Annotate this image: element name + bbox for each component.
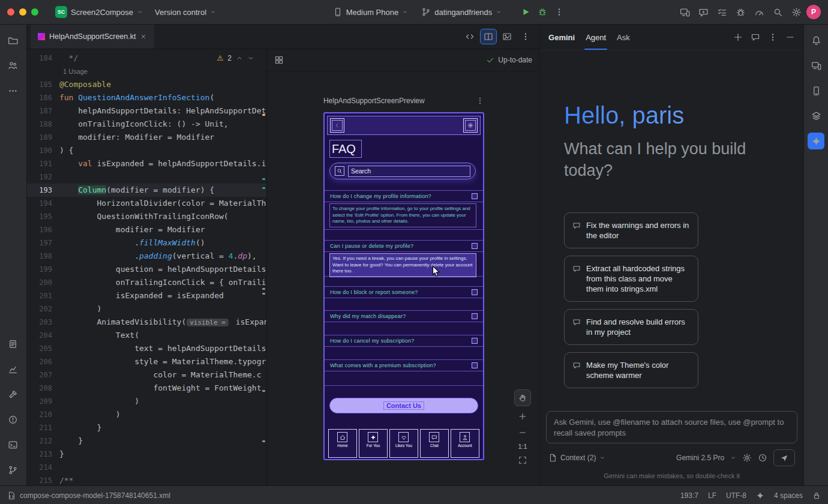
line-number[interactable]: 201 xyxy=(27,289,59,302)
code-line[interactable]: 202 ) xyxy=(27,302,266,316)
expand-toggle-icon[interactable] xyxy=(472,313,478,319)
faq-question[interactable]: What comes with a premium subscription? xyxy=(325,359,483,371)
preview-options-kebab[interactable] xyxy=(476,97,484,105)
running-devices-icon[interactable] xyxy=(808,57,824,74)
close-tab-icon[interactable] xyxy=(140,33,147,40)
line-number[interactable]: 197 xyxy=(27,236,59,250)
code-line[interactable]: 214 xyxy=(27,461,266,474)
zoom-in-button[interactable] xyxy=(516,410,529,422)
code-line[interactable]: 189 modifier: Modifier = Modifier xyxy=(27,131,266,144)
device-manager-icon[interactable] xyxy=(808,82,824,99)
prompt-history-icon[interactable] xyxy=(758,453,767,463)
error-stripe[interactable] xyxy=(262,49,265,485)
run-button[interactable] xyxy=(521,7,530,17)
device-mirroring-icon[interactable] xyxy=(680,7,690,17)
line-number[interactable]: 207 xyxy=(27,368,59,382)
settings-icon[interactable] xyxy=(791,7,802,17)
hide-panel-icon[interactable] xyxy=(785,32,795,42)
faq-question[interactable]: How do I change my profile information? xyxy=(325,190,483,202)
line-number[interactable]: 186 xyxy=(27,91,59,104)
build-icon[interactable] xyxy=(5,386,22,403)
project-widget[interactable]: SC Screen2Compose xyxy=(52,4,146,20)
line-number[interactable]: 193 xyxy=(27,184,59,197)
gemini-status-icon[interactable] xyxy=(756,491,764,500)
back-button[interactable] xyxy=(330,118,344,133)
user-avatar[interactable]: P xyxy=(806,5,821,19)
line-number[interactable]: 195 xyxy=(27,210,59,223)
code-line[interactable]: 187 helpAndSupportDetails: HelpAndSuppor… xyxy=(27,104,266,118)
line-number[interactable]: 206 xyxy=(27,355,59,368)
code-view-button[interactable] xyxy=(462,29,478,44)
search-input[interactable]: Search xyxy=(348,166,470,177)
caret-position-widget[interactable]: 193:7 xyxy=(680,491,698,500)
gemini-tab-ask[interactable]: Ask xyxy=(617,25,630,50)
faq-question[interactable]: How do I cancel my subscription? xyxy=(325,335,483,347)
suggestion-card[interactable]: Make my Theme's color scheme warmer xyxy=(564,352,698,388)
project-icon[interactable] xyxy=(5,32,22,49)
more-run-options-kebab[interactable] xyxy=(554,7,564,17)
version-control-icon[interactable] xyxy=(5,461,22,478)
line-number[interactable]: 194 xyxy=(27,197,59,210)
line-number[interactable]: 199 xyxy=(27,263,59,276)
run-configuration-selector[interactable]: datingandfriends xyxy=(418,5,505,19)
preview-canvas[interactable]: HelpAndSupportScreenPreview FAQ xyxy=(267,71,539,485)
code-editor[interactable]: 184 */ 1 Usage185@Composable186fun Quest… xyxy=(27,49,267,485)
editor-options-kebab[interactable] xyxy=(518,29,533,44)
contact-us-button[interactable]: Contact Us xyxy=(329,398,478,413)
expand-toggle-icon[interactable] xyxy=(472,193,478,199)
gemini-settings-icon[interactable] xyxy=(742,453,752,463)
expand-toggle-icon[interactable] xyxy=(472,362,478,368)
code-line[interactable]: 210 ) xyxy=(27,408,266,421)
notifications-icon[interactable] xyxy=(808,32,824,49)
code-line[interactable]: 185@Composable xyxy=(27,78,266,91)
line-number[interactable] xyxy=(27,65,59,78)
pan-tool-button[interactable] xyxy=(514,389,531,406)
gemini-prompt-input[interactable]: Ask Gemini, use @filename to attach sour… xyxy=(546,411,797,443)
code-line[interactable]: 213} xyxy=(27,448,266,461)
debug-button[interactable] xyxy=(538,7,547,17)
gemini-options-kebab[interactable] xyxy=(768,32,778,42)
line-number[interactable]: 210 xyxy=(27,408,59,421)
expand-toggle-icon[interactable] xyxy=(472,243,478,249)
code-line[interactable]: 190) { xyxy=(27,144,266,157)
bug-report-icon[interactable] xyxy=(736,7,746,17)
code-line[interactable]: 201 isExpanded = isExpanded xyxy=(27,289,266,302)
zoom-level-button[interactable]: 1:1 xyxy=(518,443,527,450)
logcat-icon[interactable] xyxy=(5,335,22,352)
line-number[interactable]: 214 xyxy=(27,461,59,474)
indent-widget[interactable]: 4 spaces xyxy=(774,491,803,500)
line-number[interactable]: 188 xyxy=(27,118,59,131)
nav-account-button[interactable]: Account xyxy=(451,429,479,458)
resource-manager-icon[interactable] xyxy=(808,107,824,124)
gemini-tab-agent[interactable]: Agent xyxy=(586,25,606,50)
code-line[interactable]: 205 text = helpAndSupportDetails xyxy=(27,342,266,355)
new-chat-icon[interactable] xyxy=(733,32,743,42)
context-selector[interactable]: Context (2) xyxy=(548,454,605,462)
faq-question[interactable]: Why did my match disappear? xyxy=(325,310,483,322)
encoding-widget[interactable]: UTF-8 xyxy=(726,491,746,500)
more-tool-windows-icon[interactable] xyxy=(5,82,22,99)
design-view-button[interactable] xyxy=(499,29,515,44)
faq-question[interactable]: Can I pause or delete my profile? xyxy=(325,240,483,252)
code-line[interactable]: 1 Usage xyxy=(27,65,266,78)
problems-icon[interactable] xyxy=(5,411,22,428)
nav-for-you-button[interactable]: For You xyxy=(359,429,388,458)
line-number[interactable]: 190 xyxy=(27,144,59,157)
settings-button[interactable] xyxy=(463,118,478,133)
code-line[interactable]: 188 onTrailingIconClick: () -> Unit, xyxy=(27,118,266,131)
code-line[interactable]: 191 val isExpanded = helpAndSupportDetai… xyxy=(27,157,266,170)
code-line[interactable]: 211 } xyxy=(27,421,266,434)
app-quality-insights-icon[interactable] xyxy=(5,361,22,377)
line-number[interactable]: 208 xyxy=(27,382,59,395)
line-number[interactable]: 200 xyxy=(27,276,59,289)
next-problem-icon[interactable] xyxy=(247,55,254,62)
search-everywhere-icon[interactable] xyxy=(773,7,783,17)
lock-icon[interactable] xyxy=(812,491,821,500)
expand-toggle-icon[interactable] xyxy=(472,289,478,295)
code-line[interactable]: 197 .fillMaxWidth() xyxy=(27,236,266,250)
line-number[interactable]: 209 xyxy=(27,395,59,408)
preview-layout-icon[interactable] xyxy=(274,55,284,65)
maximize-window-button[interactable] xyxy=(31,8,38,16)
code-line[interactable]: 196 modifier = Modifier xyxy=(27,223,266,236)
code-line[interactable]: 212 } xyxy=(27,434,266,448)
